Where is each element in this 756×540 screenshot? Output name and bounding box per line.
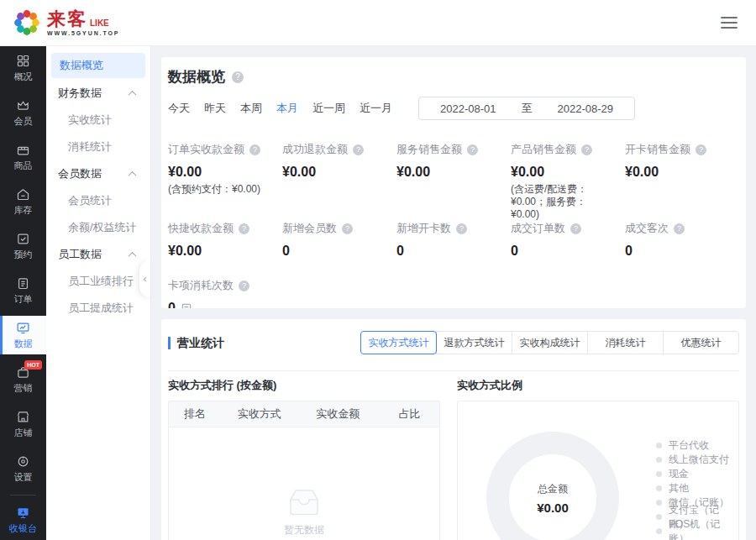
filter-yesterday[interactable]: 昨天 bbox=[204, 101, 226, 116]
proportion-title: 实收方式比例 bbox=[457, 378, 739, 393]
submenu-label: 数据概览 bbox=[60, 58, 103, 73]
legend-dot bbox=[656, 514, 662, 520]
legend-dot bbox=[656, 485, 662, 491]
filter-this-month[interactable]: 本月 bbox=[276, 101, 298, 116]
sidebar-item-booking[interactable]: 预约 bbox=[0, 227, 46, 265]
column-header: 占比 bbox=[380, 406, 439, 422]
legend-dot bbox=[656, 457, 662, 463]
submenu-item-consumption-stats[interactable]: 消耗统计 bbox=[51, 134, 145, 160]
help-icon[interactable] bbox=[239, 223, 249, 234]
sidebar-item-label: 概况 bbox=[14, 71, 33, 83]
grid-icon bbox=[16, 54, 30, 68]
tab-income-composition-stats[interactable]: 实收构成统计 bbox=[512, 331, 588, 354]
help-icon[interactable] bbox=[353, 144, 364, 155]
stat-label: 新增会员数 bbox=[282, 221, 337, 236]
main-content: 数据概览 今天 昨天 本周 本月 近一周 近一月 2022-08-01 至 20… bbox=[151, 46, 756, 540]
legend-item[interactable]: 平台代收 bbox=[656, 438, 738, 453]
sidebar-item-data[interactable]: 数据 bbox=[0, 316, 46, 354]
column-header: 实收方式 bbox=[223, 406, 296, 422]
filter-today[interactable]: 今天 bbox=[168, 101, 190, 116]
help-icon[interactable] bbox=[456, 223, 467, 234]
ranking-table-header: 排名 实收方式 实收金额 占比 bbox=[169, 401, 439, 427]
tab-payment-method-stats[interactable]: 实收方式统计 bbox=[360, 331, 437, 354]
tab-refund-method-stats[interactable]: 退款方式统计 bbox=[436, 331, 512, 354]
business-stats-card: 营业统计 实收方式统计 退款方式统计 实收构成统计 消耗统计 优惠统计 实收方式… bbox=[161, 319, 746, 540]
overview-card: 数据概览 今天 昨天 本周 本月 近一周 近一月 2022-08-01 至 20… bbox=[161, 57, 746, 308]
date-range-picker[interactable]: 2022-08-01 至 2022-08-29 bbox=[418, 97, 635, 120]
help-icon[interactable] bbox=[342, 223, 353, 234]
brand-logo[interactable]: 来客 LIKE WWW.5GYUN.TOP bbox=[12, 8, 119, 38]
help-icon[interactable] bbox=[696, 144, 706, 155]
submenu-item-staff-performance-rank[interactable]: 员工业绩排行 bbox=[51, 268, 145, 295]
stats-tabs: 实收方式统计 退款方式统计 实收构成统计 消耗统计 优惠统计 bbox=[360, 331, 739, 354]
submenu-group-staff-data[interactable]: 员工数据 bbox=[51, 241, 145, 268]
stat-new-cards: 新增开卡数 0 bbox=[396, 221, 511, 278]
stat-label: 快捷收款金额 bbox=[168, 221, 234, 236]
sidebar-item-inventory[interactable]: 库存 bbox=[0, 182, 46, 221]
ranking-title: 实收方式排行 (按金额) bbox=[168, 378, 440, 393]
help-icon[interactable] bbox=[570, 223, 581, 234]
sidebar-item-shop[interactable]: 店铺 bbox=[0, 405, 46, 443]
sidebar-collapse-handle[interactable]: ‹ bbox=[139, 260, 150, 297]
sidebar-item-label: 数据 bbox=[14, 338, 33, 350]
stat-value: 0 bbox=[282, 244, 396, 259]
submenu-group-member-data[interactable]: 会员数据 bbox=[51, 160, 145, 187]
stat-product-sales: 产品销售金额 ¥0.00 (含运费/配送费：¥0.00；服务费：¥0.00) bbox=[511, 142, 625, 221]
stat-label: 服务销售金额 bbox=[396, 142, 462, 157]
submenu-item-staff-commission-stats[interactable]: 员工提成统计 bbox=[51, 295, 145, 322]
submenu-group-finance-data[interactable]: 财务数据 bbox=[51, 80, 145, 107]
stat-customer-visits: 成交客次 0 bbox=[625, 221, 739, 278]
ranking-table-empty: 暂无数据 bbox=[169, 427, 439, 540]
stats-grid: 订单实收款金额 ¥0.00 (含预约支付：¥0.00) 成功退款金额 ¥0.00… bbox=[168, 142, 739, 308]
submenu-item-data-overview[interactable]: 数据概览 bbox=[51, 53, 145, 78]
filter-last-week[interactable]: 近一周 bbox=[312, 101, 345, 116]
filter-this-week[interactable]: 本周 bbox=[240, 101, 262, 116]
legend-item[interactable]: 其他 bbox=[656, 481, 738, 495]
sidebar-item-marketing[interactable]: HOT 营销 bbox=[0, 360, 46, 399]
help-icon[interactable] bbox=[232, 71, 244, 83]
sidebar-item-label: 店铺 bbox=[14, 427, 33, 439]
stat-value: ¥0.00 bbox=[168, 165, 282, 180]
sidebar-item-settings[interactable]: 设置 bbox=[0, 449, 46, 488]
sidebar-item-label: 会员 bbox=[14, 115, 33, 128]
sidebar-item-overview[interactable]: 概况 bbox=[0, 49, 46, 87]
top-bar: 来客 LIKE WWW.5GYUN.TOP bbox=[0, 0, 756, 46]
submenu-item-balance-rights-stats[interactable]: 余额/权益统计 bbox=[51, 214, 145, 241]
legend-dot bbox=[656, 528, 662, 534]
help-icon[interactable] bbox=[674, 223, 685, 234]
section-title: 营业统计 bbox=[168, 337, 224, 349]
sidebar-item-products[interactable]: 商品 bbox=[0, 138, 46, 176]
stat-label: 新增开卡数 bbox=[396, 221, 451, 236]
filter-last-month[interactable]: 近一月 bbox=[360, 101, 392, 116]
legend-item[interactable]: 现金 bbox=[656, 467, 738, 481]
sidebar-item-orders[interactable]: 订单 bbox=[0, 271, 46, 310]
tab-discount-stats[interactable]: 优惠统计 bbox=[663, 331, 739, 354]
legend-item[interactable]: 线上微信支付 bbox=[656, 453, 738, 467]
crown-icon bbox=[16, 98, 30, 113]
help-icon[interactable] bbox=[239, 280, 249, 291]
submenu-item-member-stats[interactable]: 会员统计 bbox=[51, 187, 145, 214]
tab-consumption-stats[interactable]: 消耗统计 bbox=[587, 331, 664, 354]
menu-toggle-icon[interactable] bbox=[721, 17, 738, 29]
legend-item[interactable]: POS机（记账） bbox=[656, 524, 738, 538]
stat-value: ¥0.00 bbox=[282, 165, 396, 180]
sidebar-item-members[interactable]: 会员 bbox=[0, 93, 46, 132]
chevron-up-icon bbox=[129, 251, 137, 260]
help-icon[interactable] bbox=[467, 144, 478, 155]
help-icon[interactable] bbox=[249, 144, 260, 155]
submenu-label: 实收统计 bbox=[68, 113, 112, 128]
brand-domain: WWW.5GYUN.TOP bbox=[47, 30, 119, 36]
help-icon[interactable] bbox=[581, 144, 592, 155]
brand-tag: LIKE bbox=[90, 18, 109, 29]
detail-list-icon[interactable] bbox=[181, 302, 192, 308]
legend-dot bbox=[656, 471, 662, 477]
chart-legend: 平台代收 线上微信支付 现金 其他 微信（记账） 支付宝（记账） POS机（记账… bbox=[656, 438, 738, 540]
donut-center-label: 总金额 bbox=[538, 482, 568, 496]
clipboard-icon bbox=[16, 276, 30, 291]
sidebar-item-label: 预约 bbox=[14, 249, 33, 261]
stat-label: 产品销售金额 bbox=[511, 142, 576, 157]
submenu-item-income-stats[interactable]: 实收统计 bbox=[51, 107, 145, 134]
stat-completed-orders: 成交订单数 0 bbox=[511, 221, 625, 278]
sidebar-item-cashier[interactable]: 收银台 bbox=[0, 501, 46, 539]
submenu-label: 员工业绩排行 bbox=[68, 274, 134, 289]
